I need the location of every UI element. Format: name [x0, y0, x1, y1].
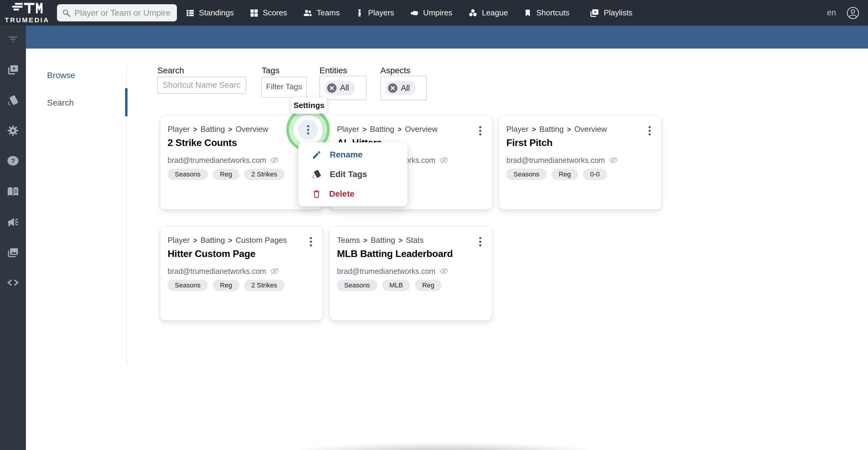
remove-chip-icon[interactable] [388, 83, 398, 93]
tag-pill: Reg [213, 279, 239, 291]
shortcut-search-field [157, 77, 246, 94]
card-menu-button[interactable] [475, 234, 485, 249]
nav-label: Umpires [423, 8, 453, 18]
tags-icon[interactable] [7, 94, 19, 108]
svg-text:?: ? [11, 157, 15, 165]
global-search-input[interactable] [74, 8, 172, 18]
tag-list: Seasons Reg 2 Strikes [167, 279, 284, 291]
owner-row: brad@trumedianetworks.com [167, 266, 279, 276]
aspects-all-chip[interactable]: All [385, 81, 416, 95]
breadcrumb-segment: Custom Pages [236, 236, 287, 245]
card-context-menu: Rename Edit Tags Delete [299, 142, 407, 206]
breadcrumb: Player>Batting>Overview [167, 125, 268, 134]
images-icon[interactable] [7, 246, 19, 260]
trumedia-logo[interactable]: TRUMEDIA [3, 1, 51, 25]
breadcrumb: Player>Batting>Custom Pages [167, 236, 287, 245]
breadcrumb-separator: > [532, 125, 536, 133]
menu-item-edit-tags[interactable]: Edit Tags [299, 164, 407, 184]
gear-icon[interactable] [7, 124, 19, 138]
breadcrumb-separator: > [398, 125, 401, 133]
nav-item-scores[interactable]: Scores [250, 8, 287, 18]
eye-off-icon [270, 266, 279, 276]
aspects-chip-label: All [401, 84, 410, 93]
breadcrumb-segment: Overview [405, 125, 438, 133]
menu-item-delete[interactable]: Delete [299, 184, 407, 204]
bottom-shadow [283, 442, 606, 450]
breadcrumb: Player>Batting>Overview [506, 125, 607, 134]
filter-icon[interactable] [7, 33, 19, 47]
shortcut-title: First Pitch [506, 137, 553, 148]
nav-item-umpires[interactable]: Umpires [410, 8, 453, 18]
eye-off-icon [609, 155, 618, 165]
card-menu-button-active[interactable] [298, 119, 318, 140]
shortcut-title: MLB Batting Leaderboard [337, 248, 453, 260]
megaphone-icon[interactable] [7, 216, 19, 230]
help-icon[interactable]: ? [7, 154, 19, 168]
remove-chip-icon[interactable] [327, 83, 337, 93]
tag-pill: Reg [415, 279, 441, 291]
top-nav-items: Standings Scores Teams [186, 0, 632, 26]
nav-label: Scores [263, 8, 287, 18]
menu-item-label: Rename [330, 150, 363, 159]
nav-label: Players [368, 8, 394, 18]
user-avatar[interactable] [846, 6, 860, 20]
breadcrumb-separator: > [228, 237, 232, 244]
tag-pill: Seasons [337, 279, 377, 291]
card-menu-button[interactable] [644, 123, 655, 138]
nav-item-league[interactable]: League [468, 8, 508, 18]
card-menu-button[interactable] [306, 234, 316, 249]
nav-label: Shortcuts [536, 8, 569, 18]
nav-item-playlists[interactable]: Playlists [589, 8, 632, 18]
nav-item-teams[interactable]: Teams [303, 8, 340, 18]
user-avatar-icon [846, 6, 860, 20]
eye-off-icon [270, 155, 279, 165]
shortcut-card-mlb-batting-leaderboard[interactable]: Teams>Batting>Stats MLB Batting Leaderbo… [330, 226, 492, 321]
search-icon [62, 8, 71, 18]
playlists-icon[interactable] [7, 63, 19, 77]
entities-filter[interactable]: All [319, 76, 367, 100]
language-selector[interactable]: en [827, 0, 836, 26]
tags-filter-input[interactable]: Filter Tags [261, 77, 307, 98]
trumedia-logo-mark [9, 2, 45, 16]
nav-label: League [482, 8, 508, 18]
nav-item-standings[interactable]: Standings [186, 8, 234, 18]
aspects-filter[interactable]: All [380, 76, 427, 100]
app-root: TRUMEDIA Standings [0, 0, 868, 450]
sidebar-item-search[interactable]: Search [47, 98, 74, 108]
shortcut-search-input[interactable] [158, 77, 246, 93]
standings-icon [186, 8, 195, 18]
owner-email: brad@trumedianetworks.com [167, 156, 266, 165]
nav-item-shortcuts[interactable]: Shortcuts [524, 8, 569, 18]
owner-email: brad@trumedianetworks.com [167, 267, 266, 276]
page-header-bar [26, 26, 868, 49]
nav-item-players[interactable]: Players [355, 8, 394, 18]
owner-row: brad@trumedianetworks.com [506, 155, 618, 165]
book-icon[interactable] [6, 185, 20, 199]
breadcrumb-segment: Overview [236, 125, 268, 133]
playlists-icon [589, 8, 599, 18]
code-icon[interactable] [7, 276, 19, 290]
trash-icon [312, 189, 321, 199]
shortcut-card-hitter-custom-page[interactable]: Player>Batting>Custom Pages Hitter Custo… [160, 226, 323, 321]
tag-list: Seasons Reg 2 Strikes [167, 169, 284, 180]
breadcrumb-segment: Stats [406, 236, 424, 245]
nav-label: Teams [317, 8, 340, 18]
pencil-icon [312, 150, 322, 160]
breadcrumb-segment: Player [506, 125, 529, 133]
breadcrumb-separator: > [193, 237, 197, 244]
card-menu-button[interactable] [475, 123, 485, 138]
tag-pill: Reg [552, 169, 578, 180]
local-nav-active-indicator [125, 88, 127, 116]
sidebar-item-browse[interactable]: Browse [47, 70, 75, 80]
owner-row: brad@trumedianetworks.com [337, 266, 449, 276]
menu-item-rename[interactable]: Rename [299, 145, 407, 164]
league-icon [468, 8, 478, 18]
tag-pill: Seasons [167, 169, 208, 180]
shortcut-card-first-pitch[interactable]: Player>Batting>Overview First Pitch brad… [499, 115, 661, 210]
breadcrumb-segment: Batting [539, 125, 564, 133]
tag-icon [312, 169, 322, 179]
entities-all-chip[interactable]: All [324, 81, 355, 95]
top-navigation-bar: TRUMEDIA Standings [0, 0, 868, 26]
entities-filter-label: Entities [319, 66, 347, 76]
global-search-box[interactable] [57, 4, 177, 22]
